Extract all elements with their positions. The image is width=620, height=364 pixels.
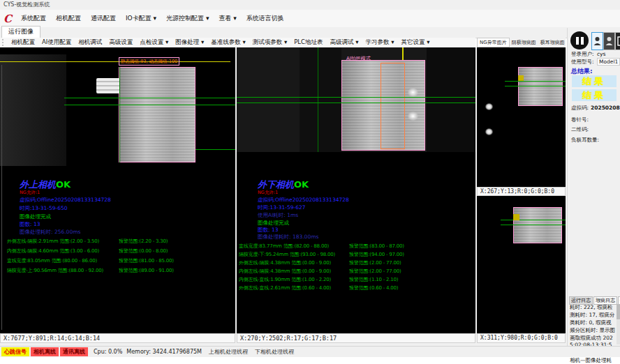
camera-result: OK xyxy=(56,179,71,190)
measurement-row: 内侧左线-直线:1.90mm 范围:(1.00 - 2.20) 预警范围:(1.… xyxy=(237,276,475,283)
login-user-value: cys xyxy=(597,51,605,57)
tab-tab-defects[interactable]: 极耳瑕疵图 xyxy=(538,38,567,47)
measurement-row: 隔膜宽度-下:95.24mm 范围:(93.00 - 98.00) 预警范围:(… xyxy=(237,251,475,258)
measurement-text: 外侧左线-隔膜:2.91mm 范围:(2.00 - 3.50) xyxy=(7,238,99,245)
frame-count-text: 图数: 13 xyxy=(258,227,278,234)
highlight-spot xyxy=(408,88,418,97)
measurement-text: 直线宽度:83.05mm 范围:(80.00 - 86.00) xyxy=(7,257,97,264)
measurement-row: 外侧左线-隔膜:2.91mm 范围:(2.00 - 3.50) 预警范围:(2.… xyxy=(0,238,235,245)
measurement-warn: 预警范围:(2.00 - 77.00) xyxy=(349,259,401,266)
exit-door-icon xyxy=(617,36,620,46)
highlight-spot xyxy=(485,103,493,110)
measurement-warn: 预警范围:(2.00 - 77.00) xyxy=(349,268,401,275)
app-logo-icon: C xyxy=(3,13,12,25)
measurement-warn: 预警范围:(81.00 - 85.00) xyxy=(119,257,174,264)
tool-advanced-debug[interactable]: 高级调试 ▾ xyxy=(327,38,362,47)
highlight-spot xyxy=(408,112,418,121)
measurement-text: 内侧左线-隔膜:4.60mm 范围:(3.00 - 6.00) xyxy=(7,248,99,255)
highlight-spot xyxy=(485,128,493,135)
measurement-row: 直线宽度:83.05mm 范围:(80.00 - 86.00) 预警范围:(81… xyxy=(0,257,235,264)
measurement-text: 外侧左线-隔膜:4.38mm 范围:(0.00 - 9.00) xyxy=(239,259,331,266)
measurement-row: 直线宽度:83.77mm 范围:(82.00 - 88.00) 预警范围:(83… xyxy=(237,243,475,250)
measure-line-green xyxy=(318,47,318,152)
menu-light-config[interactable]: 光源控制配置 ▾ xyxy=(161,12,214,25)
menu-camera-config[interactable]: 相机配置 xyxy=(51,12,86,25)
user-button[interactable] xyxy=(591,32,603,50)
measure-line-green xyxy=(505,81,566,82)
measure-line-green xyxy=(501,225,566,225)
measurement-warn: 预警范围:(94.00 - 97.00) xyxy=(349,251,404,258)
tab-run-image[interactable]: 运行图像 xyxy=(1,26,40,38)
coords-strip-upper: X:7677;Y:891;R:14;G:14;B:14 xyxy=(0,333,235,343)
tool-other-settings[interactable]: 其它设置 ▾ xyxy=(397,38,433,47)
menu-bar: C 系统配置 相机配置 通讯配置 IO卡配置 ▾ 光源控制配置 ▾ 查看 ▾ 系… xyxy=(0,10,620,28)
window-titlebar: CYS-视觉检测系统 xyxy=(0,0,620,10)
pin-number-label: 卷针号: xyxy=(571,116,589,123)
operator-button[interactable] xyxy=(603,32,615,50)
exit-button[interactable] xyxy=(615,32,620,50)
defect-marker xyxy=(513,214,519,220)
measurement-text: 内侧左线-直线:1.90mm 范围:(1.00 - 2.20) xyxy=(239,276,331,283)
measurement-text: 直线宽度:83.77mm 范围:(82.00 - 88.00) xyxy=(239,243,329,250)
image-edge-line xyxy=(1,65,2,330)
measure-line-green xyxy=(119,67,120,162)
tool-ai-usage-config[interactable]: AI使用配置 xyxy=(38,38,75,47)
window-title: CYS-视觉检测系统 xyxy=(3,1,50,8)
menu-io-config[interactable]: IO卡配置 ▾ xyxy=(121,12,161,25)
measurement-text: 隔膜宽度-下:95.24mm 范围:(93.00 - 98.00) xyxy=(239,251,335,258)
coords-strip-defect-top: X:267;Y:13;R:0;G:0;B:0 xyxy=(477,187,566,196)
virtual-code-text: 虚拟码:Offline20250208133134728 xyxy=(20,197,111,204)
tool-advanced-settings[interactable]: 高级设置 xyxy=(105,38,136,47)
tool-test-params[interactable]: 测试项参数 ▾ xyxy=(249,38,290,47)
defect-image-tabs: NG异常图片 阴极瑕疵图 极耳瑕疵图 xyxy=(477,38,566,47)
tab-ng-images[interactable]: NG异常图片 xyxy=(477,38,510,47)
measurement-row: 内侧左线-隔膜:4.38mm 范围:(0.00 - 9.00) 预警范围:(2.… xyxy=(237,268,475,275)
battery-thumb-image xyxy=(518,67,563,106)
menu-language-switch[interactable]: 系统语言切换 xyxy=(242,12,289,25)
ai-time-text: 使用AI耗时: 1ms xyxy=(258,212,298,219)
upper-camera-thread-text: 上相机处理线程 xyxy=(209,348,248,356)
measurement-warn: 预警范围:(83.00 - 87.00) xyxy=(349,243,404,250)
tool-camera-debug[interactable]: 相机调试 xyxy=(75,38,105,47)
lower-camera-thread-text: 下相机处理线程 xyxy=(255,348,294,356)
tool-plc-address[interactable]: PLC地址表 xyxy=(290,38,326,47)
menu-system-config[interactable]: 系统配置 xyxy=(16,12,51,25)
measurement-warn: 预警范围:(0.60 - 4.00) xyxy=(349,285,398,291)
cpu-usage-text: Cpu: 0.0% xyxy=(94,349,122,355)
camera-view-upper[interactable]: 静态阈值:93, 动态阈值:100 外上相机OK NG允许:1 虚拟码:Offl… xyxy=(0,47,235,333)
menu-comm-config[interactable]: 通讯配置 xyxy=(86,12,121,25)
pause-button[interactable] xyxy=(570,31,589,50)
measure-line-green xyxy=(64,105,235,105)
log-scrollbar[interactable] xyxy=(617,304,620,344)
defect-view-bottom[interactable] xyxy=(477,196,566,333)
tool-image-processing[interactable]: 图像处理 ▾ xyxy=(172,38,207,47)
image-texture xyxy=(300,47,341,152)
time-text: 时间:13-31-59-650 xyxy=(20,205,68,212)
measurement-warn: 预警范围:(89.00 - 91.00) xyxy=(119,267,174,274)
tool-spot-check[interactable]: 点检设置 ▾ xyxy=(136,38,172,47)
heartbeat-badge: 心跳信号 xyxy=(1,347,29,356)
comm-status-badge: 通讯离线 xyxy=(60,347,88,356)
model-value[interactable]: Model1 xyxy=(597,58,620,66)
menu-view[interactable]: 查看 ▾ xyxy=(214,12,241,25)
tool-camera-config[interactable]: 相机配置 xyxy=(8,38,38,47)
camera-name: 外下相机 xyxy=(258,179,294,190)
ng-allow-text: NG允许:1 xyxy=(20,190,40,196)
defect-marker xyxy=(518,75,524,81)
defect-view-top[interactable] xyxy=(477,47,566,187)
frame-count-text: 图数: 13 xyxy=(20,221,40,228)
virtual-code-text: 虚拟码:Offline20250208133134728 xyxy=(258,197,349,204)
toolbar-grip xyxy=(2,39,6,46)
camera-view-lower[interactable]: AI拍照模式 外下相机OK NG允许:1 虚拟码:Offline20250208… xyxy=(237,47,475,333)
measurement-text: 隔膜宽度-上:90.56mm 范围:(88.00 - 92.00) xyxy=(7,267,103,274)
tab-cathode-defects[interactable]: 阴极瑕疵图 xyxy=(510,38,538,47)
measurement-row: 内侧左线-隔膜:4.60mm 范围:(3.00 - 6.00) 预警范围:(0.… xyxy=(0,248,235,255)
sidebar: 登录用户: cys 使用型号: Model1 总结果: 结果 结果 虚拟码: 2… xyxy=(567,28,620,346)
view-tab-row: 运行图像 xyxy=(0,27,620,38)
image-texture xyxy=(0,54,66,166)
battery-thumb-image xyxy=(513,207,562,243)
result-box-lower: 结果 xyxy=(572,89,617,101)
user-icon xyxy=(593,36,601,46)
tool-baseline-params[interactable]: 基准线参数 ▾ xyxy=(207,38,249,47)
tool-learning-params[interactable]: 学习参数 ▾ xyxy=(362,38,397,47)
